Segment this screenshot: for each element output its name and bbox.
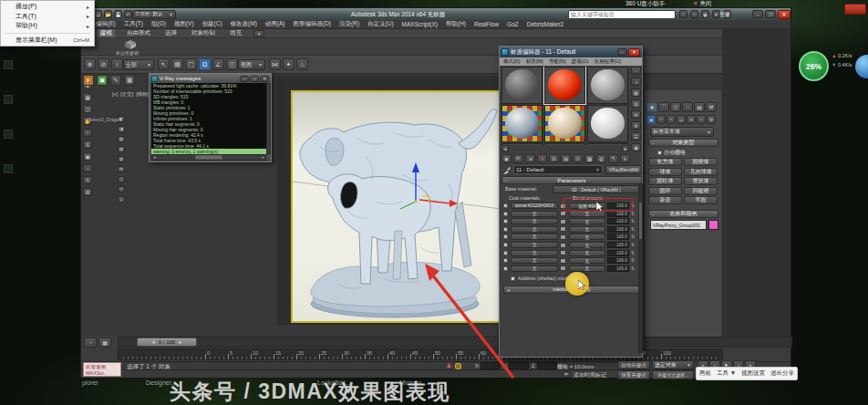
snaps-toggle-icon[interactable]: Ω xyxy=(199,58,211,70)
material-map-navigator-icon[interactable]: ▣ xyxy=(631,143,641,151)
slider-next-arrow[interactable]: ► xyxy=(178,339,182,345)
coat-material-button[interactable]: 无 xyxy=(511,218,558,224)
time-slider-thumb[interactable]: ◄ 0 / 100 ► xyxy=(137,338,197,347)
left-tool-icon[interactable]: ⌕ xyxy=(83,129,92,137)
share-tool-画板[interactable]: 画板 xyxy=(699,369,711,378)
me-menu-模式(D)[interactable]: 模式(D) xyxy=(503,58,521,65)
spinner-icon[interactable]: ⇅ xyxy=(631,242,635,247)
tab-motion[interactable]: ◔ xyxy=(682,102,693,112)
account-icon[interactable]: ◉ xyxy=(701,10,709,18)
menu-MAXScript(X)[interactable]: MAXScript(X) xyxy=(402,21,438,27)
put-to-library-icon[interactable]: ▤ xyxy=(561,154,571,163)
checkbox-icon[interactable]: ✓ xyxy=(503,219,508,223)
blend-amount-field[interactable]: 100.0 xyxy=(607,234,629,240)
left-tool-icon[interactable]: ⊞ xyxy=(83,188,92,196)
effects-icon[interactable]: F xyxy=(83,75,94,86)
sample-slot[interactable] xyxy=(501,67,542,104)
spinner-icon[interactable]: ⇅ xyxy=(631,265,635,271)
maximize-icon[interactable]: □ xyxy=(250,76,259,82)
color-swatch[interactable] xyxy=(560,265,566,271)
title-bar[interactable]: ▤📂💾↶↷ 工作区: 默认 ▼ Autodesk 3ds Max 2014 x6… xyxy=(81,8,790,20)
primitive-button-圆锥体[interactable]: 圆锥体 xyxy=(684,158,718,166)
geometry-icon[interactable]: ● xyxy=(646,115,656,124)
context-menu-item[interactable]: 播放(P)▸ xyxy=(1,2,94,12)
primitive-button-管状体[interactable]: 管状体 xyxy=(684,177,718,185)
menu-RealFlow[interactable]: RealFlow xyxy=(474,21,499,27)
undo-icon[interactable]: ↶ xyxy=(124,10,132,18)
autogrid-checkbox[interactable]: 自动栅格 xyxy=(657,149,686,157)
ribbon-tab-对象绘制[interactable]: 对象绘制 xyxy=(189,29,218,37)
share-tool-退出分享[interactable]: 退出分享 xyxy=(770,369,794,378)
angle-snap-icon[interactable]: ∠ xyxy=(212,58,224,70)
blend-map-button[interactable]: 无 xyxy=(569,257,605,264)
me-menu-材质(M)[interactable]: 材质(M) xyxy=(526,58,543,65)
notification-close-button[interactable]: ✕ 关闭 xyxy=(693,0,711,8)
ribbon-tab-选择[interactable]: 选择 xyxy=(162,29,180,37)
base-material-button[interactable]: 02 - Default ( VRayMtl ) xyxy=(553,185,640,193)
key-mode-dropdown[interactable]: 选定对象 ▼ xyxy=(652,360,694,369)
lights-icon[interactable]: ✧ xyxy=(666,115,676,124)
tab-modify[interactable]: ⌒ xyxy=(658,102,669,112)
dog-statue-model[interactable] xyxy=(293,92,501,321)
inner-tool-icon[interactable]: ◬ xyxy=(118,196,125,202)
spinner-icon[interactable]: ⇅ xyxy=(631,218,635,223)
unlink-selection-icon[interactable]: ⊘ xyxy=(98,58,109,70)
sample-slot[interactable] xyxy=(544,67,585,104)
color-swatch[interactable] xyxy=(560,226,566,232)
show-end-result-icon[interactable]: ◍ xyxy=(596,154,606,163)
menu-GoZ[interactable]: GoZ xyxy=(507,21,519,27)
put-material-icon[interactable]: ⇱ xyxy=(513,154,523,163)
favorites-icon[interactable]: ☆ xyxy=(690,10,698,18)
make-unique-icon[interactable]: ⧉ xyxy=(549,154,559,163)
infocenter-search-input[interactable] xyxy=(568,10,676,19)
viewport-label-token[interactable]: [线框] xyxy=(136,91,149,98)
color-swatch[interactable] xyxy=(560,234,566,240)
sample-slot[interactable] xyxy=(544,105,585,142)
coat-material-button[interactable]: 无 xyxy=(511,257,558,264)
left-tool-icon[interactable]: ◔ xyxy=(83,164,92,172)
blend-amount-field[interactable]: 100.0 xyxy=(607,218,629,224)
color-swatch[interactable] xyxy=(560,258,566,264)
coat-material-button[interactable]: 无 xyxy=(511,242,558,248)
spinner-icon[interactable]: ⇅ xyxy=(631,234,635,239)
cameras-icon[interactable]: ▭ xyxy=(677,115,686,124)
time-configuration-icon[interactable]: ▦ xyxy=(98,338,111,348)
coat-material-button[interactable]: 无 xyxy=(511,226,558,233)
material-editor-window[interactable]: 材质编辑器 - 11 - Default – ✕ 模式(D)材质(M)导航(N)… xyxy=(499,46,643,358)
set-key-button[interactable]: 设置关键点 xyxy=(617,370,650,379)
sample-slot[interactable] xyxy=(544,143,585,145)
shade-icon[interactable]: ▣ xyxy=(97,75,108,86)
color-swatch[interactable] xyxy=(560,250,566,255)
viewport-label-token[interactable]: [正交] xyxy=(120,91,133,98)
menu-图形编辑器(D)[interactable]: 图形编辑器(D) xyxy=(294,20,332,28)
minimize-icon[interactable]: – xyxy=(617,48,627,56)
blend-amount-field[interactable]: 100.0 xyxy=(607,265,629,272)
search-icon[interactable]: ⌕ xyxy=(679,10,687,18)
vertical-scrollbar[interactable] xyxy=(266,83,271,154)
slot-scroll-right-icon[interactable]: ► xyxy=(622,145,629,152)
blend-amount-field[interactable]: 100.0 xyxy=(607,226,629,233)
minimize-button[interactable]: – xyxy=(752,10,763,18)
object-color-swatch[interactable] xyxy=(708,220,718,230)
left-tool-icon[interactable]: ▣ xyxy=(83,152,92,161)
ribbon-minimize-icon[interactable]: ▾ xyxy=(253,30,264,37)
context-menu-item[interactable]: 显示菜单栏(M)Ctrl+M xyxy=(1,36,94,46)
checkbox-icon[interactable]: ✓ xyxy=(503,203,508,208)
blend-map-button[interactable]: 无 xyxy=(569,234,605,240)
parameters-rollout[interactable]: - Parameters xyxy=(501,176,642,184)
left-tool-icon[interactable]: ◫ xyxy=(83,105,92,113)
material-name-dropdown[interactable]: 11 - Default ▼ xyxy=(513,165,603,174)
left-tool-icon[interactable]: ▦ xyxy=(83,93,92,101)
color-swatch[interactable] xyxy=(560,243,566,248)
render-viewport[interactable] xyxy=(291,90,502,323)
selection-lock-icon[interactable] xyxy=(455,363,461,369)
go-forward-sibling-icon[interactable]: ↳ xyxy=(620,154,630,163)
material-type-button[interactable]: VRayBlendMtl xyxy=(605,165,642,174)
menu-工具(T)[interactable]: 工具(T) xyxy=(124,20,143,28)
reference-coordinate-dropdown[interactable]: 视图 ▼ xyxy=(238,59,265,70)
tab-hierarchy[interactable]: ☷ xyxy=(670,102,681,112)
primitive-button-四棱锥[interactable]: 四棱锥 xyxy=(684,187,718,195)
go-to-parent-icon[interactable]: ↰ xyxy=(608,154,618,163)
viewport-label-token[interactable]: [+] xyxy=(112,91,118,98)
show-map-in-viewport-icon[interactable]: ▦ xyxy=(584,154,594,163)
